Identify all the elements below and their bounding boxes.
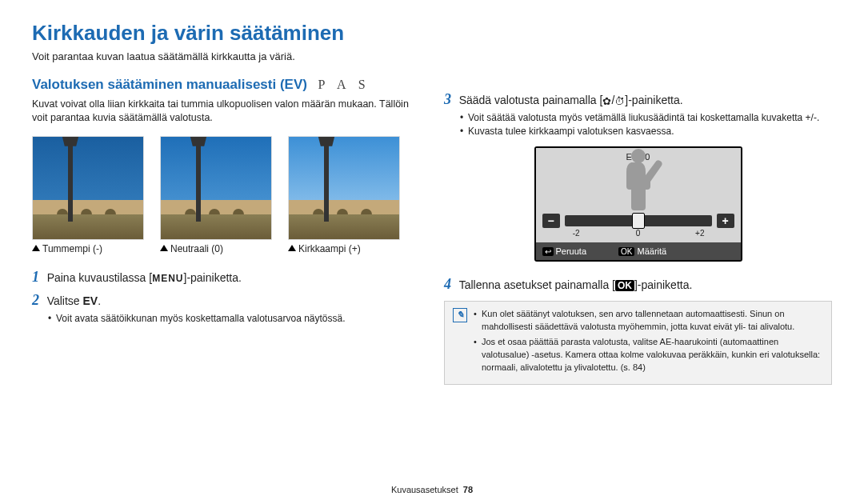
lcd-silhouette <box>536 162 741 210</box>
ev-lcd-preview: EV : 0 − -2 0 +2 <box>534 146 742 262</box>
tick-label: 0 <box>636 229 641 238</box>
triangle-icon <box>288 245 296 251</box>
lcd-cancel[interactable]: ↩Peruuta <box>542 246 587 256</box>
thumb-caption: Neutraali (0) <box>170 243 223 254</box>
svg-point-0 <box>631 149 646 163</box>
back-icon: ↩ <box>542 247 554 256</box>
step2-bullet: Voit avata säätöikkunan myös koskettamal… <box>48 312 420 326</box>
ev-slider[interactable]: -2 0 +2 <box>565 215 712 226</box>
note-item: Kun olet säätänyt valotuksen, sen arvo t… <box>474 308 823 334</box>
step1-text: Paina kuvaustilassa [ <box>47 271 153 284</box>
step3-bullet: Voit säätää valotusta myös vetämällä liu… <box>460 111 832 125</box>
info-note: ✎ Kun olet säätänyt valotuksen, sen arvo… <box>444 301 832 386</box>
ev-minus-button[interactable]: − <box>542 214 560 228</box>
page-subtitle: Voit parantaa kuvan laatua säätämällä ki… <box>32 50 832 62</box>
example-thumbnails: Tummempi (-) Neutraali (0) Kirkkaampi (+… <box>32 136 420 254</box>
section-heading-ev: Valotuksen säätäminen manuaalisesti (EV) <box>32 77 307 92</box>
right-column: 3 Säädä valotusta painamalla [✿/⏱]-paini… <box>444 77 832 385</box>
ok-key: OK <box>618 247 634 256</box>
left-column: Valotuksen säätäminen manuaalisesti (EV)… <box>32 77 420 385</box>
lcd-ok[interactable]: OKMääritä <box>618 246 666 256</box>
ok-button-label: OK <box>615 280 634 291</box>
step-1: 1 Paina kuvaustilassa [MENU]-painiketta. <box>32 269 420 286</box>
triangle-icon <box>160 245 168 251</box>
tick-label: -2 <box>573 229 580 238</box>
step-4: 4 Tallenna asetukset painamalla [OK]-pai… <box>444 276 832 293</box>
triangle-icon <box>32 245 40 251</box>
timer-icon: ⏱ <box>614 95 625 107</box>
step4-pre: Tallenna asetukset painamalla [ <box>459 278 615 291</box>
page-footer: Kuvausasetukset 78 <box>0 485 864 494</box>
thumb-caption: Tummempi (-) <box>42 243 102 254</box>
mode-badges: P A S <box>318 78 370 91</box>
step3-post: ]-painiketta. <box>625 94 682 106</box>
ev-plus-button[interactable]: + <box>717 214 734 228</box>
thumb-darker: Tummempi (-) <box>32 136 144 254</box>
step-2: 2 Valitse EV. Voit avata säätöikkunan my… <box>32 292 420 326</box>
menu-button-label: MENU <box>152 273 183 284</box>
step2-text: Valitse <box>47 294 83 307</box>
page-title: Kirkkauden ja värin säätäminen <box>32 21 832 46</box>
step3-bullet: Kuvasta tulee kirkkaampi valotuksen kasv… <box>460 125 832 138</box>
step2-post: . <box>98 294 101 307</box>
ev-intro: Kuvat voivat olla liian kirkkaita tai tu… <box>32 98 420 125</box>
thumb-brighter: Kirkkaampi (+) <box>288 136 400 254</box>
footer-section: Kuvausasetukset <box>391 485 458 494</box>
info-icon: ✎ <box>453 308 467 322</box>
thumb-neutral: Neutraali (0) <box>160 136 272 254</box>
step2-bold: EV <box>83 294 98 307</box>
footer-page: 78 <box>463 485 473 494</box>
step4-post: ]-painiketta. <box>634 278 692 291</box>
note-item: Jos et osaa päättää parasta valotusta, v… <box>474 336 823 374</box>
macro-icon: ✿ <box>602 95 611 107</box>
step-3: 3 Säädä valotusta painamalla [✿/⏱]-paini… <box>444 91 832 138</box>
step1-text-post: ]-painiketta. <box>184 271 242 284</box>
tick-label: +2 <box>695 229 704 238</box>
thumb-caption: Kirkkaampi (+) <box>298 243 361 254</box>
step3-pre: Säädä valotusta painamalla [ <box>459 94 603 106</box>
ev-slider-knob[interactable] <box>632 213 645 229</box>
